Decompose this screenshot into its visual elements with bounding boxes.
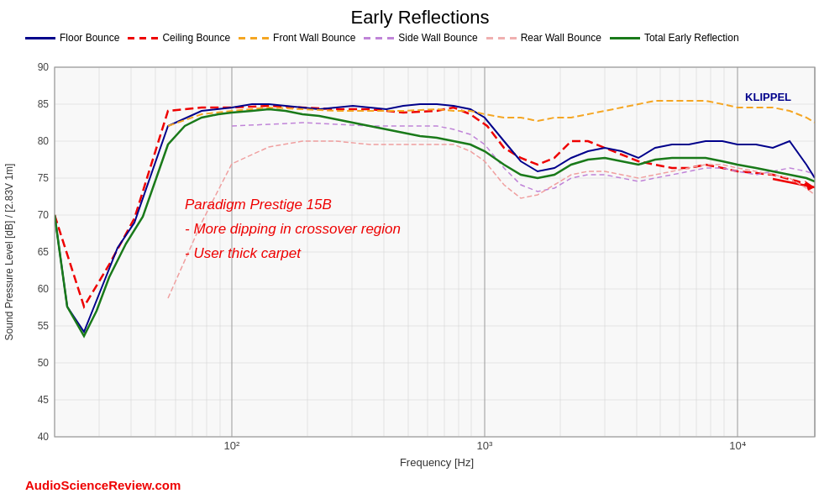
legend-label-rearwall: Rear Wall Bounce [521, 32, 601, 44]
legend-label-ceiling: Ceiling Bounce [162, 32, 230, 44]
svg-text:90: 90 [38, 63, 50, 73]
legend-line-total [610, 37, 640, 39]
legend-line-sidewall [364, 37, 394, 39]
chart-svg: 90 85 80 75 70 65 60 55 50 45 40 [0, 63, 840, 475]
legend-item-sidewall: Side Wall Bounce [364, 32, 477, 44]
svg-text:Sound Pressure Level [dB] / [2: Sound Pressure Level [dB] / [2.83V 1m] [3, 164, 15, 341]
legend-item-total: Total Early Reflection [610, 32, 739, 44]
legend-label-total: Total Early Reflection [644, 32, 739, 44]
legend: Floor Bounce Ceiling Bounce Front Wall B… [0, 29, 840, 47]
chart-title: Early Reflections [0, 0, 840, 29]
legend-line-ceiling [128, 37, 158, 39]
svg-text:85: 85 [38, 98, 50, 110]
watermark: AudioScienceReview.com [25, 478, 181, 492]
svg-text:45: 45 [38, 394, 50, 406]
chart-container: Early Reflections Floor Bounce Ceiling B… [0, 0, 840, 504]
svg-text:50: 50 [38, 357, 50, 369]
svg-text:80: 80 [38, 135, 50, 147]
legend-item-ceiling: Ceiling Bounce [128, 32, 230, 44]
klippel-label: KLIPPEL [745, 91, 791, 103]
svg-text:60: 60 [38, 283, 50, 295]
svg-text:10³: 10³ [477, 439, 493, 452]
svg-text:10²: 10² [224, 439, 240, 452]
annotation-line3: - User thick carpet [185, 242, 401, 266]
svg-text:10⁴: 10⁴ [729, 439, 745, 452]
svg-text:65: 65 [38, 246, 50, 258]
legend-label-frontwall: Front Wall Bounce [273, 32, 355, 44]
annotation-line2: - More dipping in crossover region [185, 218, 401, 242]
legend-label-floor: Floor Bounce [60, 32, 119, 44]
legend-item-frontwall: Front Wall Bounce [239, 32, 355, 44]
svg-text:75: 75 [38, 172, 50, 184]
svg-text:55: 55 [38, 320, 50, 332]
svg-text:70: 70 [38, 209, 50, 221]
annotation-text: Paradigm Prestige 15B - More dipping in … [185, 193, 401, 266]
legend-line-floor [25, 37, 55, 39]
legend-label-sidewall: Side Wall Bounce [398, 32, 477, 44]
svg-text:Frequency [Hz]: Frequency [Hz] [400, 456, 474, 469]
svg-text:40: 40 [38, 431, 50, 443]
annotation-line1: Paradigm Prestige 15B [185, 193, 401, 218]
legend-line-frontwall [239, 37, 269, 39]
legend-line-rearwall [486, 37, 517, 39]
legend-item-rearwall: Rear Wall Bounce [486, 32, 601, 44]
legend-item-floor: Floor Bounce [25, 32, 119, 44]
